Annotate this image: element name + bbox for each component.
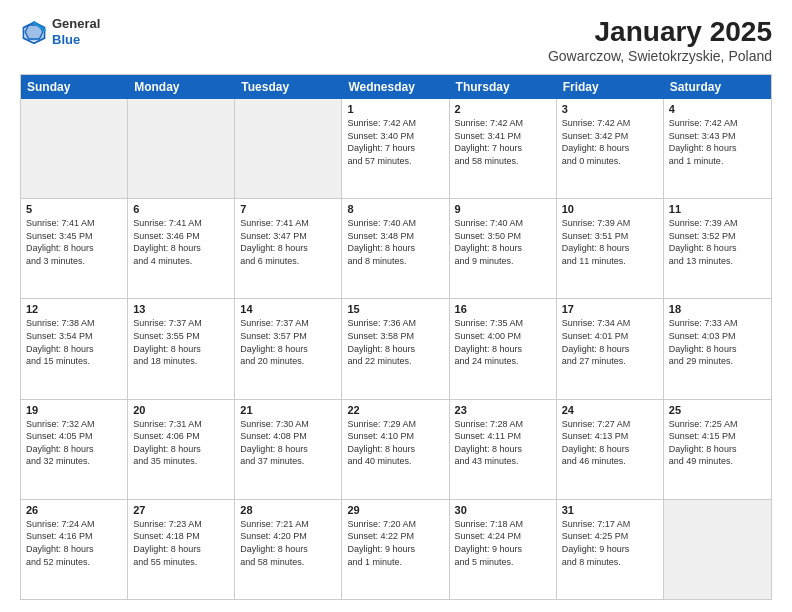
cell-content: Sunrise: 7:20 AM Sunset: 4:22 PM Dayligh… (347, 518, 443, 568)
day-number: 23 (455, 404, 551, 416)
cell-content: Sunrise: 7:31 AM Sunset: 4:06 PM Dayligh… (133, 418, 229, 468)
cell-content: Sunrise: 7:38 AM Sunset: 3:54 PM Dayligh… (26, 317, 122, 367)
cell-content: Sunrise: 7:23 AM Sunset: 4:18 PM Dayligh… (133, 518, 229, 568)
day-number: 9 (455, 203, 551, 215)
calendar-cell-empty (235, 99, 342, 198)
header-day-thursday: Thursday (450, 75, 557, 99)
calendar-cell-2: 2Sunrise: 7:42 AM Sunset: 3:41 PM Daylig… (450, 99, 557, 198)
calendar-cell-empty (21, 99, 128, 198)
cell-content: Sunrise: 7:21 AM Sunset: 4:20 PM Dayligh… (240, 518, 336, 568)
day-number: 18 (669, 303, 766, 315)
header-day-tuesday: Tuesday (235, 75, 342, 99)
cell-content: Sunrise: 7:30 AM Sunset: 4:08 PM Dayligh… (240, 418, 336, 468)
day-number: 6 (133, 203, 229, 215)
calendar-row-4: 19Sunrise: 7:32 AM Sunset: 4:05 PM Dayli… (21, 399, 771, 499)
cell-content: Sunrise: 7:32 AM Sunset: 4:05 PM Dayligh… (26, 418, 122, 468)
calendar-cell-22: 22Sunrise: 7:29 AM Sunset: 4:10 PM Dayli… (342, 400, 449, 499)
cell-content: Sunrise: 7:34 AM Sunset: 4:01 PM Dayligh… (562, 317, 658, 367)
day-number: 26 (26, 504, 122, 516)
cell-content: Sunrise: 7:37 AM Sunset: 3:55 PM Dayligh… (133, 317, 229, 367)
calendar-cell-31: 31Sunrise: 7:17 AM Sunset: 4:25 PM Dayli… (557, 500, 664, 599)
cell-content: Sunrise: 7:36 AM Sunset: 3:58 PM Dayligh… (347, 317, 443, 367)
calendar-cell-9: 9Sunrise: 7:40 AM Sunset: 3:50 PM Daylig… (450, 199, 557, 298)
day-number: 7 (240, 203, 336, 215)
calendar-cell-24: 24Sunrise: 7:27 AM Sunset: 4:13 PM Dayli… (557, 400, 664, 499)
calendar-cell-16: 16Sunrise: 7:35 AM Sunset: 4:00 PM Dayli… (450, 299, 557, 398)
calendar-cell-19: 19Sunrise: 7:32 AM Sunset: 4:05 PM Dayli… (21, 400, 128, 499)
header: General Blue January 2025 Gowarczow, Swi… (20, 16, 772, 64)
cell-content: Sunrise: 7:29 AM Sunset: 4:10 PM Dayligh… (347, 418, 443, 468)
day-number: 22 (347, 404, 443, 416)
calendar-cell-empty (664, 500, 771, 599)
day-number: 28 (240, 504, 336, 516)
day-number: 11 (669, 203, 766, 215)
day-number: 15 (347, 303, 443, 315)
calendar-cell-15: 15Sunrise: 7:36 AM Sunset: 3:58 PM Dayli… (342, 299, 449, 398)
header-day-sunday: Sunday (21, 75, 128, 99)
cell-content: Sunrise: 7:17 AM Sunset: 4:25 PM Dayligh… (562, 518, 658, 568)
day-number: 21 (240, 404, 336, 416)
calendar-cell-14: 14Sunrise: 7:37 AM Sunset: 3:57 PM Dayli… (235, 299, 342, 398)
cell-content: Sunrise: 7:27 AM Sunset: 4:13 PM Dayligh… (562, 418, 658, 468)
calendar-cell-28: 28Sunrise: 7:21 AM Sunset: 4:20 PM Dayli… (235, 500, 342, 599)
day-number: 16 (455, 303, 551, 315)
day-number: 12 (26, 303, 122, 315)
calendar-cell-1: 1Sunrise: 7:42 AM Sunset: 3:40 PM Daylig… (342, 99, 449, 198)
calendar-cell-23: 23Sunrise: 7:28 AM Sunset: 4:11 PM Dayli… (450, 400, 557, 499)
day-number: 2 (455, 103, 551, 115)
day-number: 5 (26, 203, 122, 215)
calendar-cell-30: 30Sunrise: 7:18 AM Sunset: 4:24 PM Dayli… (450, 500, 557, 599)
day-number: 13 (133, 303, 229, 315)
cell-content: Sunrise: 7:24 AM Sunset: 4:16 PM Dayligh… (26, 518, 122, 568)
calendar-body: 1Sunrise: 7:42 AM Sunset: 3:40 PM Daylig… (21, 99, 771, 599)
calendar-row-5: 26Sunrise: 7:24 AM Sunset: 4:16 PM Dayli… (21, 499, 771, 599)
cell-content: Sunrise: 7:33 AM Sunset: 4:03 PM Dayligh… (669, 317, 766, 367)
logo-general: General Blue (52, 16, 100, 47)
day-number: 25 (669, 404, 766, 416)
cell-content: Sunrise: 7:39 AM Sunset: 3:52 PM Dayligh… (669, 217, 766, 267)
cell-content: Sunrise: 7:35 AM Sunset: 4:00 PM Dayligh… (455, 317, 551, 367)
header-day-friday: Friday (557, 75, 664, 99)
cell-content: Sunrise: 7:42 AM Sunset: 3:42 PM Dayligh… (562, 117, 658, 167)
cell-content: Sunrise: 7:18 AM Sunset: 4:24 PM Dayligh… (455, 518, 551, 568)
day-number: 27 (133, 504, 229, 516)
logo: General Blue (20, 16, 100, 47)
header-day-monday: Monday (128, 75, 235, 99)
day-number: 1 (347, 103, 443, 115)
calendar-cell-26: 26Sunrise: 7:24 AM Sunset: 4:16 PM Dayli… (21, 500, 128, 599)
calendar-cell-18: 18Sunrise: 7:33 AM Sunset: 4:03 PM Dayli… (664, 299, 771, 398)
day-number: 8 (347, 203, 443, 215)
header-day-saturday: Saturday (664, 75, 771, 99)
cell-content: Sunrise: 7:41 AM Sunset: 3:46 PM Dayligh… (133, 217, 229, 267)
calendar-cell-11: 11Sunrise: 7:39 AM Sunset: 3:52 PM Dayli… (664, 199, 771, 298)
calendar-row-2: 5Sunrise: 7:41 AM Sunset: 3:45 PM Daylig… (21, 198, 771, 298)
calendar-cell-8: 8Sunrise: 7:40 AM Sunset: 3:48 PM Daylig… (342, 199, 449, 298)
day-number: 31 (562, 504, 658, 516)
calendar-cell-6: 6Sunrise: 7:41 AM Sunset: 3:46 PM Daylig… (128, 199, 235, 298)
calendar-cell-13: 13Sunrise: 7:37 AM Sunset: 3:55 PM Dayli… (128, 299, 235, 398)
day-number: 14 (240, 303, 336, 315)
cell-content: Sunrise: 7:40 AM Sunset: 3:48 PM Dayligh… (347, 217, 443, 267)
calendar-cell-27: 27Sunrise: 7:23 AM Sunset: 4:18 PM Dayli… (128, 500, 235, 599)
calendar-cell-25: 25Sunrise: 7:25 AM Sunset: 4:15 PM Dayli… (664, 400, 771, 499)
logo-text: General Blue (52, 16, 100, 47)
calendar-cell-29: 29Sunrise: 7:20 AM Sunset: 4:22 PM Dayli… (342, 500, 449, 599)
cell-content: Sunrise: 7:37 AM Sunset: 3:57 PM Dayligh… (240, 317, 336, 367)
calendar-cell-17: 17Sunrise: 7:34 AM Sunset: 4:01 PM Dayli… (557, 299, 664, 398)
cell-content: Sunrise: 7:42 AM Sunset: 3:40 PM Dayligh… (347, 117, 443, 167)
cell-content: Sunrise: 7:41 AM Sunset: 3:47 PM Dayligh… (240, 217, 336, 267)
cell-content: Sunrise: 7:28 AM Sunset: 4:11 PM Dayligh… (455, 418, 551, 468)
day-number: 29 (347, 504, 443, 516)
header-day-wednesday: Wednesday (342, 75, 449, 99)
day-number: 4 (669, 103, 766, 115)
cell-content: Sunrise: 7:25 AM Sunset: 4:15 PM Dayligh… (669, 418, 766, 468)
calendar-cell-empty (128, 99, 235, 198)
cell-content: Sunrise: 7:41 AM Sunset: 3:45 PM Dayligh… (26, 217, 122, 267)
calendar-cell-7: 7Sunrise: 7:41 AM Sunset: 3:47 PM Daylig… (235, 199, 342, 298)
page-subtitle: Gowarczow, Swietokrzyskie, Poland (548, 48, 772, 64)
cell-content: Sunrise: 7:39 AM Sunset: 3:51 PM Dayligh… (562, 217, 658, 267)
calendar-row-1: 1Sunrise: 7:42 AM Sunset: 3:40 PM Daylig… (21, 99, 771, 198)
calendar-cell-5: 5Sunrise: 7:41 AM Sunset: 3:45 PM Daylig… (21, 199, 128, 298)
cell-content: Sunrise: 7:40 AM Sunset: 3:50 PM Dayligh… (455, 217, 551, 267)
calendar: SundayMondayTuesdayWednesdayThursdayFrid… (20, 74, 772, 600)
